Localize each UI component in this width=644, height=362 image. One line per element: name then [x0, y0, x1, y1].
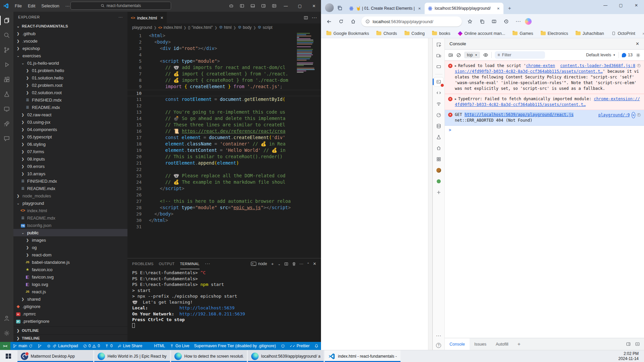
activity-rocket[interactable]	[0, 116, 13, 131]
browser-home-icon[interactable]	[348, 16, 359, 27]
bookmark-octoprint[interactable]: OctoPrint	[611, 31, 635, 36]
browser-back-icon[interactable]	[324, 16, 334, 27]
code-line[interactable]: 22	[127, 166, 321, 173]
vscode-minimize-button[interactable]: —	[279, 0, 293, 12]
code-line[interactable]: 8 // 💰 import { createRoot } from './rea…	[127, 77, 321, 83]
activity-files[interactable]	[0, 13, 13, 28]
tree-item-favicon-svg[interactable]: ◧favicon.svg	[13, 273, 127, 281]
code-line[interactable]: 13 // You're going to re-implement this …	[127, 109, 321, 115]
tree-item-exercises[interactable]: ⌄exercises	[13, 52, 127, 59]
titlebar-layout-button[interactable]	[269, 2, 279, 10]
status-ports[interactable]: 0	[102, 342, 115, 350]
status-git-graph[interactable]	[35, 342, 44, 350]
taskbar-button-mattermost-desktop-app[interactable]: Mattermost Desktop App	[17, 350, 93, 362]
favorite-star-icon[interactable]	[465, 16, 475, 27]
status-live-share[interactable]: Live Share	[115, 342, 145, 350]
tree-item-finished-mdx[interactable]: ≣FINISHED.mdx	[13, 177, 127, 185]
titlebar-panelL-button[interactable]	[237, 2, 247, 10]
devtools-db[interactable]	[434, 122, 443, 130]
split-editor-icon[interactable]	[304, 15, 308, 20]
vscode-restore-button[interactable]: ▢	[293, 0, 307, 12]
sidebar-section-timeline[interactable]: ❯TIMELINE	[13, 334, 127, 342]
devtools-wifi[interactable]	[434, 100, 443, 108]
code-line[interactable]: 19 element.textContent = 'Hello World' /…	[127, 147, 321, 154]
page-content[interactable]	[321, 38, 428, 350]
code-line[interactable]: 1<html>	[127, 33, 321, 39]
dock-side-icon[interactable]	[626, 342, 631, 347]
code-line[interactable]: 31	[127, 224, 321, 230]
tree-item-02-raw-react[interactable]: ❯02.raw-react	[13, 111, 127, 118]
code-line[interactable]: 15 // These three lines are similar to c…	[127, 122, 321, 128]
tree-item-01-js-hello-world[interactable]: ⌄01.js-hello-world	[13, 59, 127, 67]
status-go-live[interactable]: Go Live	[167, 342, 192, 350]
tree-item-index-html[interactable]: <>index.html	[13, 207, 127, 214]
code-line[interactable]: 26	[127, 192, 321, 198]
status-notifications[interactable]	[312, 342, 321, 350]
taskbar-button-localhost-5639-app-playground-[interactable]: localhost:5639/app/playground/ a...	[248, 350, 324, 362]
activity-flask[interactable]	[0, 87, 13, 102]
close-panel-icon[interactable]: ✕	[313, 261, 316, 266]
drawer-tab-issues[interactable]: Issues	[470, 338, 491, 350]
tree-item-08-inputs[interactable]: ❯08.inputs	[13, 155, 127, 163]
code-line[interactable]: 2 <body>	[127, 39, 321, 45]
code-line[interactable]: 9 import { createElement } from './react…	[127, 83, 321, 90]
copilot-icon[interactable]	[525, 18, 532, 25]
browser-minimize-button[interactable]: —	[598, 0, 613, 11]
command-center-search[interactable]: react-fundamentals	[70, 2, 171, 10]
panel-tab-output[interactable]: OUTPUT	[159, 258, 175, 269]
devtools-rectangle[interactable]	[434, 62, 443, 71]
drawer-tab-autofill[interactable]: Autofill	[491, 338, 513, 350]
terminal-dropdown-icon[interactable]: ⌄	[278, 262, 280, 266]
activity-search[interactable]	[0, 28, 13, 43]
activity-debug[interactable]	[0, 57, 13, 72]
profile-avatar[interactable]	[325, 3, 334, 12]
titlebar-panelB-button[interactable]	[248, 2, 257, 10]
breadcrumb-item[interactable]: <>index.html	[158, 25, 182, 30]
issues-counter[interactable]: 13	[622, 53, 633, 57]
bookmark-electronics[interactable]: Electronics	[541, 31, 568, 36]
code-line[interactable]: 27 <!-- this is here to add automatic br…	[127, 198, 321, 204]
devtools-home[interactable]	[434, 144, 443, 153]
tree-item-logo-svg[interactable]: ◧logo.svg	[13, 281, 127, 288]
tree-item-images[interactable]: ❯images	[13, 236, 127, 244]
activity-monitor[interactable]	[0, 102, 13, 116]
devtools-inspect[interactable]	[434, 40, 443, 49]
context-selector[interactable]: top ▼	[464, 52, 480, 58]
tree-item-playground[interactable]: ⌄playground	[13, 199, 127, 207]
tree-item-react-dom[interactable]: ❯react-dom	[13, 251, 127, 258]
code-line[interactable]: 3 <div id="root"></div>	[127, 45, 321, 52]
console-settings-icon[interactable]	[636, 53, 641, 58]
devtools-plus[interactable]	[434, 188, 443, 197]
activity-branch[interactable]	[0, 43, 13, 57]
tree-item-05-typescript[interactable]: ❯05.typescript	[13, 133, 127, 140]
tree-item-finished-mdx[interactable]: ≣FINISHED.mdx	[13, 96, 127, 104]
clear-console-icon[interactable]	[456, 53, 461, 58]
address-bar[interactable]: localhost:5639/app/playground/	[361, 16, 462, 26]
panel-more-icon[interactable]: ···	[205, 261, 210, 267]
tree-item-favicon-ico[interactable]: ★favicon.ico	[13, 266, 127, 273]
code-line[interactable]: 18 element.className = 'container' // 💰 …	[127, 141, 321, 147]
kill-terminal-icon[interactable]	[292, 262, 296, 266]
code-line[interactable]: 7 // 💰 import { createElement } from './…	[127, 71, 321, 77]
tree-item--gitignore[interactable]: ◆.gitignore	[13, 303, 127, 310]
activity-gear[interactable]	[0, 326, 13, 341]
tree-item-react-js[interactable]: JSreact.js	[13, 288, 127, 295]
tree-item-04-components[interactable]: ❯04.components	[13, 126, 127, 133]
taskbar-button-index-html---react-fundamental[interactable]: index.html - react-fundamentals -...	[325, 350, 400, 362]
taskbar-clock[interactable]: 2:02 PM 2024-11-14	[613, 350, 644, 362]
status-problems[interactable]: 00	[80, 342, 102, 350]
tree-item-shared[interactable]: ❯shared	[13, 295, 127, 303]
devtools-devices[interactable]	[434, 51, 443, 60]
code-line[interactable]: 11 const rootElement = document.getEleme…	[127, 96, 321, 103]
tree-item-epicshop[interactable]: ❯epicshop	[13, 45, 127, 52]
bookmark-juhachiban[interactable]: Juhachiban	[576, 31, 604, 36]
tree-item-01-solution-hello[interactable]: ❯01.solution.hello	[13, 74, 127, 81]
titlebar-copilotv-button[interactable]	[226, 2, 236, 10]
tree-item-09-errors[interactable]: ❯09.errors	[13, 163, 127, 170]
status-prettier[interactable]: ✓✓Prettier	[287, 342, 312, 350]
code-editor[interactable]: 1<html>2 <body>3 <div id="root"></div>45…	[127, 32, 321, 258]
tree-item-readme-mdx[interactable]: ≣README.mdx	[13, 214, 127, 222]
eye-icon[interactable]	[483, 52, 488, 58]
menu-item-selection[interactable]: Selection	[39, 2, 62, 9]
code-line[interactable]: 28 <script type="module" src="epic_ws.js…	[127, 204, 321, 211]
